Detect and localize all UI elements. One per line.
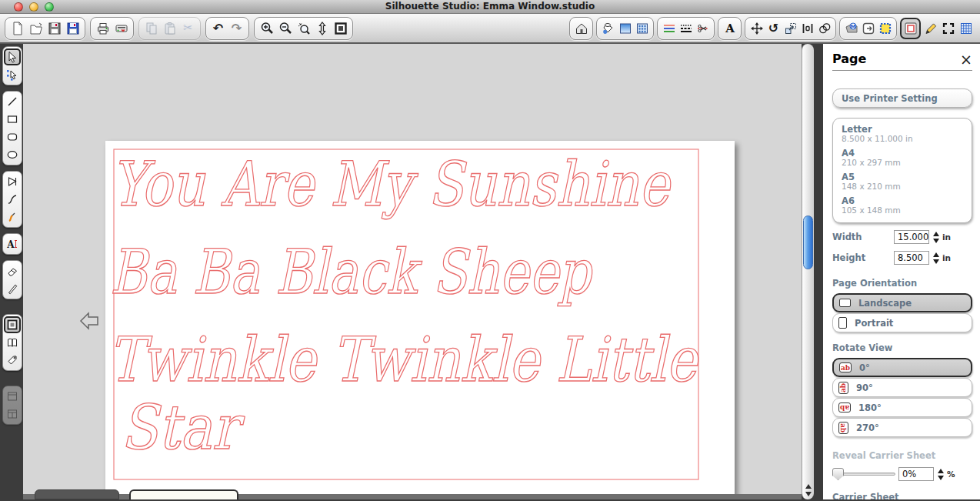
vertical-scrollbar[interactable] bbox=[802, 44, 814, 499]
drawing-tool-sidebar: A bbox=[0, 44, 23, 499]
registration-marks-button[interactable] bbox=[940, 19, 956, 38]
scale-button[interactable] bbox=[782, 19, 798, 38]
page-artwork: You Are My Sunshine Ba Ba Black Sheep Tw… bbox=[105, 141, 735, 499]
offset-button[interactable] bbox=[860, 19, 876, 38]
zoom-out-button[interactable] bbox=[276, 19, 294, 38]
cut-button[interactable]: ✂ bbox=[179, 19, 197, 38]
new-document-button[interactable] bbox=[8, 19, 26, 38]
rotate-180-option[interactable]: ab 180° bbox=[832, 398, 972, 417]
zoom-window-button[interactable] bbox=[45, 2, 54, 12]
close-panel-icon[interactable]: × bbox=[960, 54, 972, 65]
cut-style-button[interactable] bbox=[695, 19, 711, 38]
select-tool[interactable] bbox=[4, 48, 21, 65]
text-object[interactable]: Star bbox=[121, 392, 245, 463]
save-document-button[interactable] bbox=[45, 19, 63, 38]
document-tab-active[interactable] bbox=[129, 489, 238, 499]
use-printer-setting-button[interactable]: Use Printer Setting bbox=[832, 89, 972, 108]
height-input[interactable] bbox=[894, 251, 929, 265]
scroll-down-icon[interactable] bbox=[805, 492, 812, 496]
height-unit: in bbox=[942, 253, 951, 262]
layout-single-tool[interactable] bbox=[4, 388, 21, 405]
draw-ellipse-tool[interactable] bbox=[4, 146, 21, 163]
line-color-button[interactable] bbox=[661, 19, 677, 38]
scroll-up-icon[interactable] bbox=[805, 484, 812, 489]
store-tool[interactable] bbox=[4, 352, 21, 369]
width-stepper[interactable] bbox=[933, 232, 939, 243]
text-tool[interactable]: A bbox=[4, 235, 21, 252]
draw-rounded-rectangle-tool[interactable] bbox=[4, 129, 21, 145]
paper-size-option-a4[interactable]: A4 210 x 297 mm bbox=[842, 148, 972, 167]
rotate-button[interactable]: ↺ bbox=[765, 19, 782, 38]
close-window-button[interactable] bbox=[14, 2, 23, 12]
document-tab[interactable] bbox=[35, 489, 119, 499]
orientation-landscape-option[interactable]: Landscape bbox=[832, 293, 972, 312]
home-button[interactable] bbox=[573, 19, 589, 38]
reveal-slider[interactable] bbox=[832, 468, 895, 480]
grid-settings-button[interactable] bbox=[958, 19, 974, 38]
sketch-pen-button[interactable] bbox=[922, 19, 938, 38]
line-style-icon bbox=[678, 21, 694, 36]
redo-button[interactable]: ↷ bbox=[228, 19, 245, 38]
print-icon bbox=[95, 21, 111, 36]
paper-size-option-a5[interactable]: A5 148 x 210 mm bbox=[842, 172, 972, 191]
rotate-90-option[interactable]: ab 90° bbox=[832, 378, 972, 397]
rotate-0-option[interactable]: ab 0° bbox=[832, 358, 972, 377]
trace-button[interactable]: M bbox=[843, 19, 859, 38]
draw-polygon-tool[interactable] bbox=[4, 173, 21, 190]
draw-curve-tool[interactable] bbox=[4, 191, 21, 208]
library-tool[interactable] bbox=[4, 334, 21, 351]
modify-button[interactable] bbox=[816, 19, 832, 38]
move-button[interactable] bbox=[748, 19, 765, 38]
send-to-silhouette-button[interactable] bbox=[112, 19, 130, 38]
open-document-button[interactable] bbox=[27, 19, 45, 38]
draw-line-tool[interactable] bbox=[4, 93, 21, 110]
fill-gradient-button[interactable] bbox=[617, 19, 633, 38]
layout-split-tool[interactable] bbox=[4, 406, 21, 423]
line-style-button[interactable] bbox=[678, 19, 694, 38]
design-canvas[interactable]: You Are My Sunshine Ba Ba Black Sheep Tw… bbox=[23, 44, 802, 499]
spacing-button[interactable] bbox=[799, 19, 815, 38]
width-input[interactable] bbox=[894, 230, 929, 244]
grid-settings-icon bbox=[958, 21, 974, 36]
rotate-270-option[interactable]: ab 270° bbox=[832, 418, 972, 437]
fill-pattern-button[interactable] bbox=[634, 19, 650, 38]
paste-button[interactable] bbox=[161, 19, 178, 38]
reveal-percent-input[interactable] bbox=[898, 467, 934, 481]
zoom-in-button[interactable] bbox=[258, 19, 275, 38]
drag-zoom-icon bbox=[315, 21, 330, 36]
save-to-library-button[interactable] bbox=[64, 19, 82, 38]
draw-rectangle-tool[interactable] bbox=[4, 111, 21, 128]
copy-button[interactable] bbox=[142, 19, 160, 38]
text-object[interactable]: You Are My Sunshine bbox=[112, 149, 672, 220]
collapse-panel-arrow-icon[interactable] bbox=[78, 309, 102, 332]
print-button[interactable] bbox=[94, 19, 112, 38]
knife-tool[interactable] bbox=[4, 280, 21, 297]
text-style-button[interactable]: A bbox=[722, 19, 738, 38]
slider-thumb[interactable] bbox=[832, 468, 844, 480]
document-page[interactable]: You Are My Sunshine Ba Ba Black Sheep Tw… bbox=[105, 141, 735, 499]
draw-freehand-tool[interactable] bbox=[4, 209, 21, 225]
paper-size-option-letter[interactable]: Letter 8.500 x 11.000 in bbox=[842, 124, 972, 143]
text-object[interactable]: Ba Ba Black Sheep bbox=[110, 236, 593, 308]
point-editing-tool[interactable] bbox=[4, 66, 21, 83]
reveal-stepper[interactable] bbox=[938, 469, 944, 480]
page-tool[interactable] bbox=[4, 316, 21, 333]
paper-size-option-a6[interactable]: A6 105 x 148 mm bbox=[842, 195, 972, 215]
fill-color-button[interactable] bbox=[600, 19, 616, 38]
page-settings-button[interactable] bbox=[900, 18, 921, 39]
undo-button[interactable]: ↶ bbox=[209, 19, 227, 38]
home-group bbox=[569, 17, 593, 40]
fit-to-page-button[interactable] bbox=[332, 19, 349, 38]
eraser-tool[interactable] bbox=[4, 262, 21, 279]
polygon-icon bbox=[6, 175, 18, 188]
minimize-window-button[interactable] bbox=[29, 2, 38, 12]
orientation-portrait-option[interactable]: Portrait bbox=[832, 313, 972, 332]
text-object[interactable]: Twinkle Twinkle Little bbox=[108, 324, 699, 396]
object-color-button[interactable] bbox=[877, 19, 893, 38]
scrollbar-thumb[interactable] bbox=[803, 215, 813, 269]
window-controls bbox=[14, 2, 54, 12]
drag-zoom-button[interactable] bbox=[313, 19, 331, 38]
height-stepper[interactable] bbox=[933, 252, 939, 264]
zoom-selection-button[interactable] bbox=[295, 19, 312, 38]
reveal-carrier-sheet-label: Reveal Carrier Sheet bbox=[832, 450, 972, 461]
